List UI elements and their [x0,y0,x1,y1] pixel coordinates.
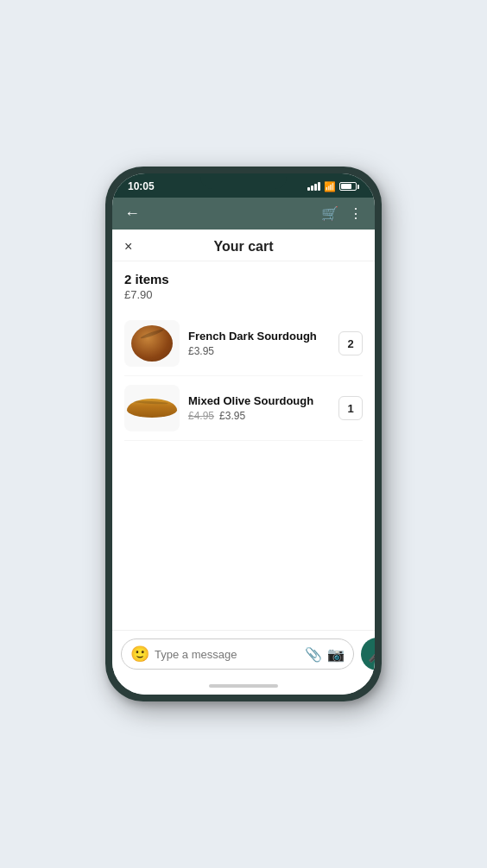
cart-title-row: × Your cart [112,230,375,261]
app-header: ← 🛒 ⋮ [112,198,375,230]
wifi-icon: 📶 [324,181,336,192]
notch [200,173,287,189]
close-button[interactable]: × [124,240,132,254]
cart-items-list: French Dark Sourdough £3.95 2 Mixed Oliv… [112,308,375,444]
item-details: Mixed Olive Sourdough £4.95 £3.95 [188,394,330,422]
item-name: Mixed Olive Sourdough [188,394,330,407]
message-input-container: 🙂 📎 📷 [121,638,354,670]
signal-icon [307,182,320,191]
item-price-row: £4.95 £3.95 [188,410,330,422]
more-options-icon[interactable]: ⋮ [349,205,363,222]
header-right-icons: 🛒 ⋮ [321,205,363,222]
home-indicator [112,679,375,695]
cart-icon[interactable]: 🛒 [321,205,338,222]
cart-total-price: £7.90 [124,288,363,301]
item-quantity[interactable]: 2 [338,331,363,355]
attach-button[interactable]: 📎 [305,646,322,663]
cart-item: Mixed Olive Sourdough £4.95 £3.95 1 [124,376,363,441]
mic-button[interactable]: 🎤 [361,638,375,670]
mic-icon: 🎤 [368,645,375,664]
cart-items-count: 2 items [124,272,363,286]
status-icons: 📶 [307,181,359,192]
bread-round-icon [131,325,173,362]
item-sale-price: £3.95 [219,410,245,422]
message-input[interactable] [155,648,300,661]
item-quantity[interactable]: 1 [338,396,363,420]
phone-screen: 10:05 📶 ← 🛒 ⋮ [112,173,375,695]
bread-baguette-icon [127,399,177,418]
item-image [124,320,180,367]
camera-button[interactable]: 📷 [327,646,345,663]
phone-frame: 10:05 📶 ← 🛒 ⋮ [105,167,382,701]
battery-icon [339,182,359,191]
item-details: French Dark Sourdough £3.95 [188,330,330,357]
cart-content: × Your cart 2 items £7.90 French Dark So… [112,230,375,630]
status-time: 10:05 [128,180,155,192]
back-button[interactable]: ← [124,204,140,223]
home-bar [209,684,278,688]
item-price: £3.95 [188,345,214,357]
cart-title: Your cart [213,239,273,255]
item-price-row: £3.95 [188,345,330,357]
message-area: 🙂 📎 📷 🎤 [112,630,375,679]
emoji-button[interactable]: 🙂 [130,645,149,664]
item-name: French Dark Sourdough [188,330,330,343]
cart-item: French Dark Sourdough £3.95 2 [124,311,363,376]
item-original-price: £4.95 [188,410,214,422]
item-image [124,385,180,431]
cart-summary: 2 items £7.90 [112,261,375,308]
